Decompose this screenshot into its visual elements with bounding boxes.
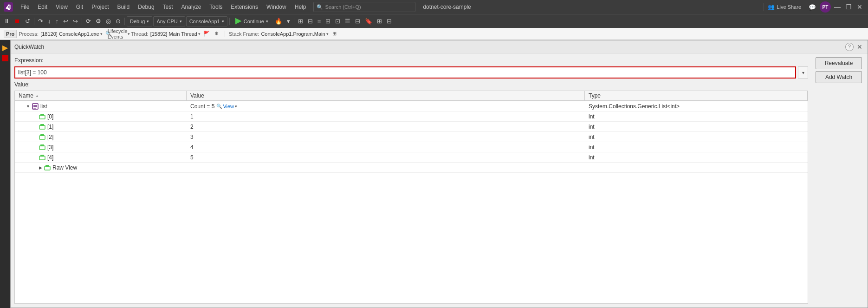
debug-sep-2 [225, 31, 225, 37]
header-type[interactable]: Type [585, 91, 808, 100]
menu-tools[interactable]: Tools [206, 3, 226, 11]
table-row[interactable]: [0] 1 int [15, 111, 808, 122]
row-name-list: ▼ list [15, 102, 187, 111]
toolbar-icon-3[interactable]: ◎ [104, 16, 113, 26]
debug-config-arrow: ▾ [147, 19, 149, 24]
toolbar-more-6[interactable]: ☰ [343, 16, 352, 26]
feedback-icon[interactable]: 💬 [807, 2, 818, 12]
expression-input[interactable] [14, 66, 796, 79]
table-row[interactable]: ▼ list Count = 5 🔍 View [15, 101, 808, 111]
menu-build[interactable]: Build [114, 3, 134, 11]
continue-icon [235, 18, 242, 25]
process-label: Process: [19, 31, 39, 37]
bookmark-icon[interactable]: 🔖 [363, 16, 374, 26]
menu-edit[interactable]: Edit [34, 3, 51, 11]
row-name-1: [1] [15, 123, 187, 131]
lifecycle-events-btn[interactable]: Lifecycle Events ▾ [115, 30, 123, 38]
thread-dropdown[interactable]: [15892] Main Thread ▾ [150, 31, 201, 37]
startup-arrow: ▾ [222, 19, 224, 24]
redo-button[interactable]: ↪ [71, 16, 80, 26]
step-over-button[interactable]: ↷ [36, 16, 45, 26]
row-value-2: 3 [187, 133, 585, 141]
table-row[interactable]: [2] 3 int [15, 132, 808, 142]
close-button[interactable]: ✕ [855, 2, 864, 12]
maximize-button[interactable]: ❐ [844, 2, 853, 12]
menu-window[interactable]: Window [263, 3, 290, 11]
main-toolbar: ⏸ ⏹ ↺ ↷ ↓ ↑ ↩ ↪ ⟳ ⚙ ◎ ⊙ Debug ▾ Any CPU … [0, 14, 868, 28]
startup-project-dropdown[interactable]: ConsoleApp1 ▾ [186, 16, 227, 26]
svg-rect-13 [40, 155, 44, 157]
search-box[interactable]: 🔍 Search (Ctrl+Q) [313, 2, 415, 12]
help-button[interactable]: ? [845, 43, 854, 51]
header-name[interactable]: Name ▲ [15, 91, 187, 100]
expand-list-arrow[interactable]: ▼ [26, 104, 30, 109]
profile-avatar[interactable]: PT [820, 1, 831, 13]
name-sort-arrow: ▲ [35, 94, 39, 98]
view-button[interactable]: 🔍 View ▾ [216, 104, 237, 109]
hot-reload-button[interactable]: 🔥 [273, 16, 284, 26]
value-label: Value: [14, 81, 808, 88]
toolbar-more-4[interactable]: ⊞ [324, 16, 332, 26]
step-into-button[interactable]: ↓ [46, 16, 53, 26]
table-row[interactable]: ▶ Raw View [15, 163, 808, 173]
view-dropdown-arrow[interactable]: ▾ [235, 104, 237, 109]
stackframe-expand-btn[interactable]: ⊞ [330, 30, 339, 38]
step-out-button[interactable]: ↑ [54, 16, 61, 26]
platform-label: Any CPU [156, 19, 177, 24]
toolbar-more-5[interactable]: ⊡ [333, 16, 342, 26]
restart-button[interactable]: ↺ [23, 16, 32, 26]
svg-rect-11 [40, 144, 44, 146]
dialog-close-button[interactable]: ✕ [855, 43, 864, 51]
reevaluate-button[interactable]: Reevaluate [816, 57, 862, 69]
dialog-left-panel: Expression: ▾ Value: Name ▲ [11, 53, 812, 308]
expression-dropdown-btn[interactable]: ▾ [798, 66, 808, 79]
table-row[interactable]: [1] 2 int [15, 122, 808, 132]
table-row[interactable]: [3] 4 int [15, 142, 808, 152]
minimize-button[interactable]: — [833, 2, 842, 12]
toolbar-icon-1[interactable]: ⟳ [84, 16, 93, 26]
quickwatch-dialog: QuickWatch ? ✕ Expression: ▾ Value: [10, 40, 868, 308]
platform-dropdown[interactable]: Any CPU ▾ [153, 16, 185, 26]
menu-file[interactable]: File [17, 3, 33, 11]
menu-test[interactable]: Test [159, 3, 177, 11]
menu-git[interactable]: Git [72, 3, 87, 11]
freeze-btn[interactable]: ❄ [213, 30, 221, 38]
toolbar-more-7[interactable]: ⊟ [353, 16, 362, 26]
live-share-button[interactable]: 👥 Live Share [764, 3, 805, 11]
list-icon [32, 103, 39, 110]
row-value-1: 2 [187, 123, 585, 131]
stop-button[interactable]: ⏹ [13, 16, 22, 26]
continue-button[interactable]: Continue ▾ [232, 16, 272, 26]
menu-extensions[interactable]: Extensions [227, 3, 262, 11]
row-value-list: Count = 5 🔍 View ▾ [187, 102, 585, 111]
pro-badge: Pro [4, 30, 17, 38]
search-mini-icon: 🔍 [216, 104, 222, 109]
menu-analyze[interactable]: Analyze [178, 3, 205, 11]
lifecycle-label: Lifecycle Events [108, 28, 128, 39]
add-watch-button[interactable]: Add Watch [816, 71, 862, 83]
undo-button[interactable]: ↩ [61, 16, 70, 26]
dialog-titlebar: QuickWatch ? ✕ [11, 40, 868, 53]
toolbar-more-3[interactable]: ≡ [316, 16, 323, 26]
hot-reload-dropdown[interactable]: ▾ [285, 16, 292, 26]
toolbar-more-1[interactable]: ⊞ [296, 16, 305, 26]
menu-project[interactable]: Project [88, 3, 112, 11]
live-share-icon: 👥 [768, 4, 775, 10]
toolbar-icon-6[interactable]: ⊟ [385, 16, 394, 26]
process-dropdown[interactable]: [18120] ConsoleApp1.exe ▾ [40, 31, 103, 37]
stackframe-dropdown[interactable]: ConsoleApp1.Program.Main ▾ [261, 31, 328, 37]
toolbar-icon-5[interactable]: ⊞ [375, 16, 384, 26]
toolbar-more-2[interactable]: ⊟ [306, 16, 315, 26]
menu-debug[interactable]: Debug [134, 3, 158, 11]
toolbar-icon-4[interactable]: ⊙ [114, 16, 123, 26]
pause-button[interactable]: ⏸ [2, 16, 12, 26]
thread-flag-btn[interactable]: 🚩 [202, 30, 211, 38]
header-value[interactable]: Value [187, 91, 585, 100]
table-row[interactable]: [4] 5 int [15, 152, 808, 163]
debug-config-dropdown[interactable]: Debug ▾ [127, 16, 152, 26]
menu-help[interactable]: Help [291, 3, 310, 11]
expand-rawview-arrow[interactable]: ▶ [39, 165, 42, 170]
toolbar-icon-2[interactable]: ⚙ [94, 16, 103, 26]
svg-rect-7 [40, 124, 44, 126]
menu-view[interactable]: View [52, 3, 71, 11]
